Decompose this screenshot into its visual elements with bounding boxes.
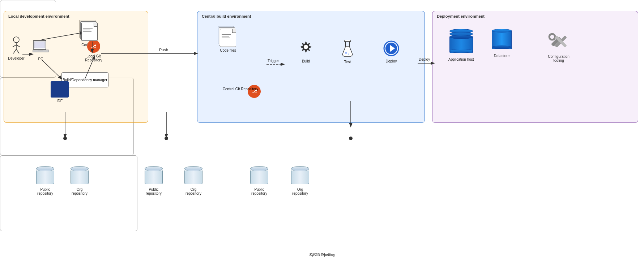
local-env-box: Local development environment <box>4 11 148 123</box>
public-repo-1-label: Publicrepository <box>36 187 54 195</box>
bullet-dot-3 <box>349 137 353 140</box>
svg-text:Push: Push <box>159 48 168 52</box>
deploy-cicd-label: Deploy <box>383 59 400 63</box>
build-dep-label: Build/Dependency manager <box>63 78 107 82</box>
public-repo-2-label: Publicrepository <box>145 187 163 195</box>
svg-rect-7 <box>34 42 45 48</box>
svg-point-0 <box>13 37 19 43</box>
svg-line-2 <box>13 45 16 47</box>
datastore-label: Datastore <box>492 54 512 58</box>
config-tooling-label: Configuration tooling <box>542 55 575 62</box>
diagram-container: Local development environment Central bu… <box>0 0 644 259</box>
org-repo-2-node: Orgrepository <box>184 166 202 195</box>
pc-label: PC <box>33 57 49 61</box>
local-git-node: ⎇ Local GitRepository <box>85 40 102 62</box>
deploy-env-label: Deployment environment <box>437 14 485 18</box>
svg-rect-9 <box>38 51 43 51</box>
deploy-env-box: Deployment environment <box>432 11 638 123</box>
datastore-node: Datastore <box>492 29 512 58</box>
org-repo-3-label: Orgrepository <box>291 187 309 195</box>
ide-node: IDE <box>51 81 69 103</box>
system-hosting-label: System Hosting <box>0 253 644 257</box>
central-git-label-node: Central Git Repository <box>213 87 268 91</box>
code-files-central-label: Code files <box>216 48 240 52</box>
app-host-node: Application host <box>448 29 474 61</box>
svg-line-3 <box>16 45 20 47</box>
test-node: Test <box>340 40 355 64</box>
build-icon <box>297 40 315 57</box>
config-tooling-node: Configuration tooling <box>542 33 575 62</box>
public-repo-3-label: Publicrepository <box>250 187 268 195</box>
deploy-icon <box>383 40 400 57</box>
local-env-label: Local development environment <box>8 14 69 18</box>
developer-label: Developer <box>8 56 25 60</box>
svg-point-15 <box>348 53 349 55</box>
public-repo-3-node: Publicrepository <box>250 166 268 195</box>
config-tooling-icon <box>548 33 570 52</box>
test-label: Test <box>340 60 355 64</box>
central-git-label: Central Git Repository <box>223 87 258 91</box>
test-icon <box>340 40 355 58</box>
svg-point-10 <box>304 45 308 49</box>
svg-point-14 <box>345 52 347 54</box>
svg-line-4 <box>13 49 16 53</box>
local-git-icon: ⎇ <box>87 40 100 53</box>
developer-icon <box>10 36 23 54</box>
deploy-cicd-node: Deploy <box>383 40 400 63</box>
bullet-dot-1 <box>63 137 67 140</box>
build-label: Build <box>297 59 315 63</box>
system-hosting-box: System Hosting <box>0 155 137 231</box>
app-host-label: Application host <box>448 57 474 61</box>
build-node: Build <box>297 40 315 63</box>
org-repo-3-node: Orgrepository <box>291 166 309 195</box>
public-repo-2-node: Publicrepository <box>145 166 163 195</box>
org-repo-2-label: Orgrepository <box>184 187 202 195</box>
org-repo-1-node: Orgrepository <box>71 166 89 195</box>
svg-point-19 <box>549 34 555 40</box>
bullet-dot-2 <box>165 137 168 140</box>
public-repo-1-node: Publicrepository <box>36 166 54 195</box>
local-git-label: Local GitRepository <box>85 54 102 62</box>
code-files-central-node: Code files <box>216 26 240 52</box>
pc-icon <box>33 40 49 55</box>
org-repo-1-label: Orgrepository <box>71 187 89 195</box>
svg-line-5 <box>16 49 19 53</box>
ide-label: IDE <box>51 99 69 103</box>
svg-rect-13 <box>344 40 351 42</box>
ide-icon <box>51 81 69 98</box>
developer-node: Developer <box>8 36 25 60</box>
pc-node: PC <box>33 40 49 61</box>
central-env-label: Central build environment <box>202 14 251 18</box>
